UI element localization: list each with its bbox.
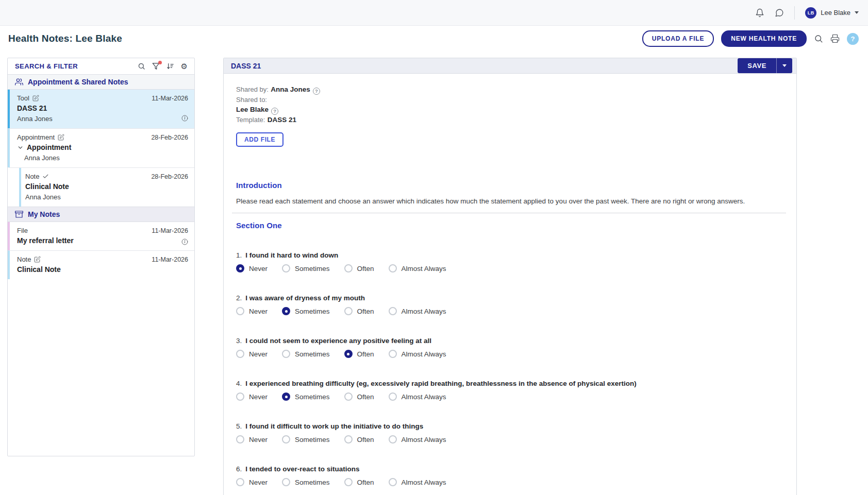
settings-gear-icon[interactable]: ⚙: [181, 62, 188, 70]
radio-option-label: Sometimes: [295, 350, 330, 358]
radio-option-sometimes[interactable]: Sometimes: [282, 350, 330, 358]
intro-heading: Introduction: [236, 181, 786, 190]
edit-icon: [32, 95, 39, 101]
info-icon[interactable]: [181, 115, 188, 122]
filter-icon[interactable]: [152, 62, 160, 70]
radio-option-never[interactable]: Never: [236, 350, 268, 358]
radio-option-never[interactable]: Never: [236, 435, 268, 443]
radio-unselected-icon[interactable]: [282, 264, 290, 272]
radio-selected-icon[interactable]: [282, 392, 290, 401]
save-button[interactable]: SAVE: [738, 58, 776, 73]
radio-option-label: Never: [249, 350, 268, 358]
radio-unselected-icon[interactable]: [344, 264, 353, 272]
help-button[interactable]: ?: [847, 33, 859, 45]
radio-unselected-icon[interactable]: [389, 435, 397, 443]
radio-selected-icon[interactable]: [236, 264, 244, 272]
radio-option-almost-always[interactable]: Almost Always: [389, 392, 446, 401]
radio-option-sometimes[interactable]: Sometimes: [282, 264, 330, 272]
radio-selected-icon[interactable]: [282, 307, 290, 315]
info-icon[interactable]: [181, 238, 188, 245]
avatar: LB: [805, 7, 816, 19]
save-dropdown-button[interactable]: [776, 58, 792, 73]
search-icon[interactable]: [814, 34, 823, 43]
radio-unselected-icon[interactable]: [236, 392, 244, 401]
radio-option-label: Sometimes: [295, 436, 330, 443]
item-author: Anna Jones: [17, 154, 188, 162]
radio-option-sometimes[interactable]: Sometimes: [282, 435, 330, 443]
radio-unselected-icon[interactable]: [282, 478, 290, 486]
notifications-bell-icon[interactable]: [755, 8, 764, 18]
radio-option-often[interactable]: Often: [344, 435, 374, 443]
note-meta: Shared by: Anna Jones? Shared to: Lee Bl…: [236, 84, 786, 125]
new-health-note-button[interactable]: NEW HEALTH NOTE: [721, 30, 807, 47]
question-options: NeverSometimesOftenAlmost Always: [236, 435, 786, 443]
sort-icon[interactable]: [166, 62, 174, 70]
radio-option-never[interactable]: Never: [236, 478, 268, 486]
chevron-down-icon: [782, 64, 787, 67]
radio-option-sometimes[interactable]: Sometimes: [282, 392, 330, 401]
section-appointment-shared-notes[interactable]: Appointment & Shared Notes: [8, 75, 194, 90]
print-icon[interactable]: [830, 34, 840, 43]
radio-unselected-icon[interactable]: [344, 392, 353, 401]
content-area: SEARCH & FILTER ⚙ Appointment & Shared N…: [0, 52, 868, 495]
radio-option-sometimes[interactable]: Sometimes: [282, 307, 330, 315]
health-note-panel: DASS 21 SAVE Shared by: Anna Jones? Shar…: [223, 58, 797, 495]
radio-option-almost-always[interactable]: Almost Always: [389, 307, 446, 315]
item-title: My referral letter: [17, 236, 188, 245]
radio-option-almost-always[interactable]: Almost Always: [389, 350, 446, 358]
radio-option-almost-always[interactable]: Almost Always: [389, 264, 446, 272]
chevron-down-icon[interactable]: [17, 144, 24, 151]
radio-option-sometimes[interactable]: Sometimes: [282, 478, 330, 486]
question-circle-icon[interactable]: ?: [271, 108, 278, 115]
radio-unselected-icon[interactable]: [344, 435, 353, 443]
radio-option-almost-always[interactable]: Almost Always: [389, 435, 446, 443]
radio-unselected-icon[interactable]: [389, 392, 397, 401]
note-item-tool-dass21[interactable]: Tool 11-Mar-2026 DASS 21 Anna Jones: [8, 90, 194, 128]
radio-unselected-icon[interactable]: [236, 307, 244, 315]
radio-selected-icon[interactable]: [344, 350, 353, 358]
radio-option-often[interactable]: Often: [344, 264, 374, 272]
radio-unselected-icon[interactable]: [344, 478, 353, 486]
question-options: NeverSometimesOftenAlmost Always: [236, 478, 786, 486]
search-filter-header: SEARCH & FILTER ⚙: [8, 58, 194, 75]
notes-sidebar: SEARCH & FILTER ⚙ Appointment & Shared N…: [7, 58, 195, 456]
radio-option-often[interactable]: Often: [344, 307, 374, 315]
radio-option-never[interactable]: Never: [236, 307, 268, 315]
chat-icon[interactable]: [775, 8, 784, 18]
note-item-referral-letter[interactable]: File 11-Mar-2026 My referral letter: [8, 222, 194, 250]
user-menu[interactable]: LB Lee Blake: [805, 7, 859, 19]
search-notes-icon[interactable]: [138, 62, 145, 70]
radio-unselected-icon[interactable]: [389, 307, 397, 315]
note-item-clinical-note-shared[interactable]: Note 28-Feb-2026 Clinical Note Anna Jone…: [8, 167, 194, 207]
radio-unselected-icon[interactable]: [236, 478, 244, 486]
radio-option-often[interactable]: Often: [344, 350, 374, 358]
note-item-clinical-note-mine[interactable]: Note 11-Mar-2026 Clinical Note: [8, 250, 194, 279]
question-circle-icon[interactable]: ?: [313, 88, 320, 95]
radio-unselected-icon[interactable]: [389, 350, 397, 358]
radio-option-label: Sometimes: [295, 393, 330, 401]
radio-unselected-icon[interactable]: [282, 435, 290, 443]
question-number: 2.: [236, 294, 242, 302]
radio-unselected-icon[interactable]: [344, 307, 353, 315]
section-label: My Notes: [28, 210, 60, 218]
radio-unselected-icon[interactable]: [282, 350, 290, 358]
add-file-button[interactable]: ADD FILE: [236, 132, 283, 147]
radio-option-almost-always[interactable]: Almost Always: [389, 478, 446, 486]
radio-option-often[interactable]: Often: [344, 392, 374, 401]
radio-option-never[interactable]: Never: [236, 392, 268, 401]
section-my-notes[interactable]: My Notes: [8, 207, 194, 222]
radio-unselected-icon[interactable]: [389, 264, 397, 272]
radio-option-never[interactable]: Never: [236, 264, 268, 272]
upload-file-button[interactable]: UPLOAD A FILE: [642, 30, 714, 47]
question-text: I found it hard to wind down: [245, 251, 338, 259]
question-text: I could not seem to experience any posit…: [245, 337, 431, 345]
panel-header: DASS 21 SAVE: [224, 58, 796, 74]
radio-unselected-icon[interactable]: [236, 435, 244, 443]
radio-option-often[interactable]: Often: [344, 478, 374, 486]
note-item-appointment[interactable]: Appointment 28-Feb-2026 Appointment Anna…: [8, 128, 194, 167]
radio-unselected-icon[interactable]: [236, 350, 244, 358]
radio-unselected-icon[interactable]: [389, 478, 397, 486]
question: 4. I experienced breathing difficulty (e…: [236, 380, 786, 401]
edit-icon: [58, 134, 64, 141]
search-filter-title: SEARCH & FILTER: [15, 62, 78, 70]
